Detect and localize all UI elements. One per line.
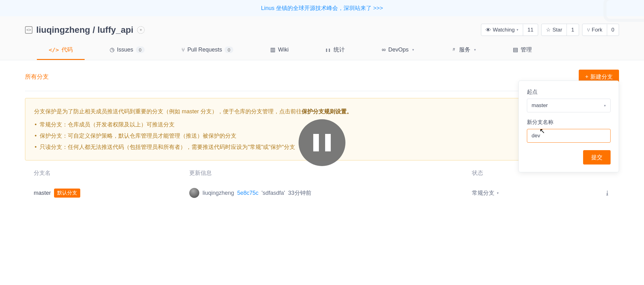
download-icon[interactable]: ⭳	[605, 190, 610, 196]
watch-count: 11	[523, 24, 538, 36]
tab-service[interactable]: 〃 服务 ▾	[439, 40, 488, 60]
tabs: </> 代码 ◷ Issues 0 ⑂ Pull Requests 0 ▥ Wi…	[25, 40, 619, 60]
pause-bar-left	[313, 134, 319, 151]
watch-label: Watching	[493, 27, 515, 33]
notice-intro-text: 分支保护是为了防止相关成员推送代码到重要的分支（例如 master 分支），便于…	[34, 108, 302, 115]
fork-count: 0	[607, 24, 619, 36]
eye-icon: 👁	[486, 27, 491, 33]
code-icon: <>	[25, 26, 32, 34]
repo-name[interactable]: luffy_api	[97, 25, 133, 35]
tab-wiki-label: Wiki	[278, 47, 289, 53]
tab-code-label: 代码	[62, 46, 73, 53]
avatar[interactable]	[189, 188, 199, 198]
repo-owner[interactable]: liuqingzheng	[36, 25, 90, 35]
pr-count: 0	[225, 47, 233, 53]
branch-name-input[interactable]	[527, 129, 611, 143]
repo-path[interactable]: liuqingzheng / luffy_api	[36, 25, 133, 35]
tab-devops[interactable]: ∞ DevOps ▾	[370, 40, 426, 60]
banner-link[interactable]: Linus 坐镇的全球开源技术峰会，深圳站来了 >>>	[261, 5, 383, 11]
tab-pull-requests[interactable]: ⑂ Pull Requests 0	[170, 40, 245, 60]
notice-settings-link[interactable]: 保护分支规则设置。	[302, 108, 352, 115]
service-icon: 〃	[451, 46, 457, 53]
branch-name-cell: master 默认分支	[34, 189, 189, 198]
top-banner: Linus 坐镇的全球开源技术峰会，深圳站来了 >>>	[0, 0, 644, 16]
pr-icon: ⑂	[181, 47, 185, 53]
tab-admin-label: 管理	[521, 46, 532, 53]
star-count: 1	[567, 24, 578, 36]
update-info-cell: liuqingzheng 5e8c75c 'sdfasdfa' 33分钟前	[189, 188, 472, 198]
tab-devops-label: DevOps	[388, 47, 409, 53]
header-actions: 👁 Watching ▾ 11 ☆ Star 1 ⑂ Fork 0	[481, 24, 619, 36]
pause-bar-right	[325, 134, 331, 151]
tab-code[interactable]: </> 代码	[37, 40, 85, 60]
branch-name-link[interactable]: master	[34, 190, 51, 196]
col-branch-name: 分支名	[34, 169, 189, 177]
repo-header: <> liuqingzheng / luffy_api ✦ 👁 Watching…	[0, 16, 644, 60]
branch-status-label: 常规分支	[472, 189, 494, 197]
commit-message: 'sdfasdfa'	[262, 190, 285, 196]
header-top: <> liuqingzheng / luffy_api ✦ 👁 Watching…	[25, 16, 619, 40]
start-branch-select[interactable]: master ▾	[527, 99, 611, 112]
new-branch-label: 新建分支	[590, 73, 613, 81]
donate-icon[interactable]: ✦	[137, 26, 145, 34]
fork-icon: ⑂	[587, 27, 590, 33]
devops-icon: ∞	[382, 47, 386, 53]
chevron-down-icon: ▾	[497, 191, 499, 195]
stats-icon: ⫾⫾	[325, 47, 331, 53]
commit-hash[interactable]: 5e8c75c	[237, 190, 259, 196]
wiki-icon: ▥	[270, 46, 275, 53]
star-button[interactable]: ☆ Star 1	[541, 24, 579, 36]
issues-icon: ◷	[110, 46, 115, 53]
start-point-label: 起点	[527, 88, 611, 96]
star-label: Star	[552, 27, 562, 33]
all-branches-title: 所有分支	[25, 73, 49, 81]
chevron-down-icon: ▾	[517, 28, 518, 32]
col-update-info: 更新信息	[189, 169, 472, 177]
code-tab-icon: </>	[49, 47, 59, 53]
start-branch-value: master	[532, 102, 548, 109]
commit-author[interactable]: liuqingzheng	[202, 190, 234, 196]
watch-button[interactable]: 👁 Watching ▾ 11	[481, 24, 538, 36]
watermark	[603, 0, 644, 22]
tab-admin[interactable]: ▤ 管理	[501, 40, 544, 60]
tab-wiki[interactable]: ▥ Wiki	[258, 40, 300, 60]
repo-sep: /	[90, 25, 97, 35]
tab-service-label: 服务	[459, 46, 470, 53]
chevron-down-icon: ▾	[474, 48, 476, 52]
repo-title: <> liuqingzheng / luffy_api ✦	[25, 25, 145, 35]
tab-issues[interactable]: ◷ Issues 0	[98, 40, 156, 60]
video-pause-overlay[interactable]	[299, 119, 345, 166]
chevron-down-icon: ▾	[412, 48, 414, 52]
new-branch-popover: 起点 master ▾ 新分支名称 提交 ↖	[518, 81, 619, 172]
fork-label: Fork	[592, 27, 602, 33]
branch-name-input-label: 新分支名称	[527, 119, 611, 126]
branch-row: master 默认分支 liuqingzheng 5e8c75c 'sdfasd…	[25, 184, 619, 202]
admin-icon: ▤	[513, 46, 518, 53]
commit-time: 33分钟前	[288, 189, 311, 197]
branch-status-select[interactable]: 常规分支 ▾	[472, 189, 564, 197]
star-icon: ☆	[546, 27, 551, 33]
branch-actions-cell: ⭳	[564, 190, 610, 196]
chevron-down-icon: ▾	[604, 104, 606, 108]
plus-icon: +	[585, 74, 588, 80]
tab-pr-label: Pull Requests	[187, 47, 222, 53]
tab-stats-label: 统计	[334, 46, 345, 53]
fork-button[interactable]: ⑂ Fork 0	[582, 24, 619, 36]
tab-stats[interactable]: ⫾⫾ 统计	[314, 40, 357, 60]
issues-count: 0	[136, 47, 145, 53]
tab-issues-label: Issues	[117, 47, 133, 53]
default-branch-badge: 默认分支	[54, 189, 80, 198]
submit-button[interactable]: 提交	[583, 150, 611, 165]
